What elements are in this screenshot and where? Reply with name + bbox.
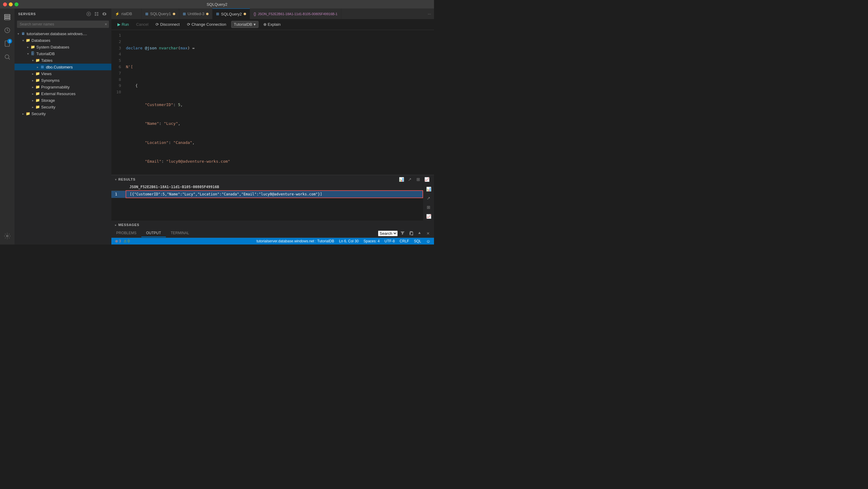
tree-item-storage[interactable]: 📁 Storage xyxy=(14,97,112,104)
status-warnings[interactable]: ⚠ 0 xyxy=(123,239,130,243)
status-encoding[interactable]: UTF-8 xyxy=(384,239,395,243)
tab-untitled3[interactable]: ⊞ Untitled-3 xyxy=(179,8,213,19)
side-chart1-icon[interactable]: 📊 xyxy=(424,185,433,193)
new-connection-icon[interactable] xyxy=(85,10,92,17)
main-pane: ⚡ rialDB ⊞ SQLQuery1 ⊞ Untitled-3 ⊞ SQLQ… xyxy=(112,8,434,244)
tree-arrow-programmability xyxy=(30,85,35,89)
refresh-icon[interactable] xyxy=(101,10,108,17)
tree-item-tables[interactable]: 📁 Tables xyxy=(14,57,112,64)
folder-icon-external-resources: 📁 xyxy=(35,91,40,96)
messages-header[interactable]: ▸ MESSAGES xyxy=(112,221,434,229)
tree-item-databases[interactable]: 📁 Databases xyxy=(14,37,112,44)
tab-icon-sqlquery2: ⊞ xyxy=(216,12,219,16)
tree-item-views[interactable]: 📁 Views xyxy=(14,70,112,77)
tree-item-tutorialdb[interactable]: 🗄 TutorialDB xyxy=(14,50,112,57)
tree-item-server[interactable]: 🖥 tutorialserver.database.windows.... xyxy=(14,30,112,37)
connection-selector[interactable]: TutorialDB ▾ xyxy=(231,21,258,28)
side-chart2-icon[interactable]: ↗ xyxy=(424,194,433,202)
tree-item-system-dbs[interactable]: 📁 System Databases xyxy=(14,44,112,50)
maximize-button[interactable] xyxy=(14,2,19,6)
activity-history[interactable] xyxy=(1,24,13,36)
panel-search-select[interactable]: Search xyxy=(378,231,398,236)
tree-item-external-resources[interactable]: 📁 External Resources xyxy=(14,90,112,97)
change-connection-button[interactable]: ⟳ Change Connection xyxy=(185,21,229,28)
svg-rect-0 xyxy=(4,15,10,16)
messages-toggle-icon: ▸ xyxy=(115,223,117,227)
results-header[interactable]: ▾ RESULTS 📊 ↗ ⊞ 📈 xyxy=(112,175,434,183)
panel-filter-icon[interactable] xyxy=(399,230,406,237)
side-chart3-icon[interactable]: ⊞ xyxy=(424,203,433,211)
titlebar: SQLQuery2 xyxy=(0,0,434,8)
side-chart4-icon[interactable]: 📈 xyxy=(424,212,433,221)
activity-search[interactable] xyxy=(1,51,13,63)
tree-item-programmability[interactable]: 📁 Programmability xyxy=(14,84,112,90)
disconnect-label: Disconnect xyxy=(160,22,180,27)
result-cell-json[interactable]: [{"CustomerID":5,"Name":"Lucy","Location… xyxy=(126,191,423,198)
activity-query[interactable]: 3 xyxy=(1,37,13,50)
status-ln[interactable]: Ln 6, Col 30 xyxy=(339,239,359,243)
error-count: 3 xyxy=(119,239,121,243)
tree-item-synonyms[interactable]: 📁 Synonyms xyxy=(14,77,112,84)
code-content[interactable]: declare @json nvarchar(max) = N'[ { "Cus… xyxy=(123,30,430,175)
panel-close-icon[interactable]: ✕ xyxy=(424,230,432,237)
panel-search-dropdown[interactable]: Search xyxy=(378,231,398,236)
tab-problems[interactable]: PROBLEMS xyxy=(112,229,141,237)
folder-icon-programmability: 📁 xyxy=(35,85,40,89)
messages-title: MESSAGES xyxy=(118,223,139,227)
svg-point-6 xyxy=(6,235,8,237)
explain-button[interactable]: ⊕ Explain xyxy=(261,21,283,28)
collapse-all-icon[interactable] xyxy=(93,10,100,17)
tab-more-button[interactable]: ··· xyxy=(425,8,434,19)
disconnect-button[interactable]: ⟳ Disconnect xyxy=(153,21,182,28)
panel-up-icon[interactable] xyxy=(416,230,423,237)
panel-copy-icon[interactable] xyxy=(407,230,415,237)
tree-item-customers[interactable]: ⊞ dbo.Customers xyxy=(14,64,112,70)
tree-arrow-storage xyxy=(30,98,35,103)
status-language[interactable]: SQL xyxy=(414,239,421,243)
tree-label-system-dbs: System Databases xyxy=(36,45,69,49)
status-connection[interactable]: tutorialserver.database.windows.net : Tu… xyxy=(256,239,334,243)
table-row[interactable]: 1 [{"CustomerID":5,"Name":"Lucy","Locati… xyxy=(112,191,423,198)
tab-label-sqlquery2: SQLQuery2 xyxy=(221,12,242,17)
tab-rialdb[interactable]: ⚡ rialDB xyxy=(112,8,142,19)
window-controls[interactable] xyxy=(3,2,19,6)
svg-rect-1 xyxy=(4,17,10,18)
folder-icon-views: 📁 xyxy=(35,71,40,76)
tab-bar: ⚡ rialDB ⊞ SQLQuery1 ⊞ Untitled-3 ⊞ SQLQ… xyxy=(112,8,434,19)
status-errors[interactable]: ⊗ 3 xyxy=(115,239,121,243)
tree-arrow-tables xyxy=(30,58,35,63)
server-search-box: × xyxy=(17,21,109,28)
activity-bar: 3 xyxy=(0,8,14,244)
results-export-icon[interactable]: ↗ xyxy=(406,176,413,183)
status-eol[interactable]: CRLF xyxy=(400,239,409,243)
close-button[interactable] xyxy=(3,2,7,6)
tab-output[interactable]: OUTPUT xyxy=(141,229,166,237)
results-bar-icon[interactable]: 📈 xyxy=(423,176,430,183)
activity-servers[interactable] xyxy=(1,11,13,23)
results-grid-icon[interactable]: ⊞ xyxy=(415,176,422,183)
results-chart-icon[interactable]: 📊 xyxy=(398,176,405,183)
app-container: 3 SERVERS xyxy=(0,8,434,244)
search-clear-icon[interactable]: × xyxy=(105,22,107,27)
folder-icon-security-db: 📁 xyxy=(35,105,40,109)
cancel-button[interactable]: Cancel xyxy=(134,21,151,28)
results-toggle-icon: ▾ xyxy=(115,178,117,181)
tab-icon-json: {} xyxy=(254,12,256,16)
tab-sqlquery1[interactable]: ⊞ SQLQuery1 xyxy=(142,8,179,19)
code-editor[interactable]: 1 2 3 4 5 6 7 8 9 10 declare @json nvarc… xyxy=(112,30,430,175)
tab-sqlquery2[interactable]: ⊞ SQLQuery2 xyxy=(213,8,250,19)
tree-item-security-db[interactable]: 📁 Security xyxy=(14,104,112,110)
tab-label-untitled3: Untitled-3 xyxy=(188,11,205,16)
tree-item-security-server[interactable]: 📁 Security xyxy=(14,110,112,117)
tab-terminal[interactable]: TERMINAL xyxy=(166,229,194,237)
activity-settings[interactable] xyxy=(1,230,13,242)
run-button[interactable]: ▶ Run xyxy=(115,21,131,28)
server-icon: 🖥 xyxy=(21,31,25,36)
search-input[interactable] xyxy=(17,21,109,28)
folder-icon-system-dbs: 📁 xyxy=(30,45,35,49)
minimize-button[interactable] xyxy=(9,2,13,6)
run-label: Run xyxy=(122,22,129,27)
smiley-icon[interactable]: ☺ xyxy=(426,239,430,243)
status-spaces[interactable]: Spaces: 4 xyxy=(364,239,379,243)
tab-json[interactable]: {} JSON_F52E2B61-18A1-11d1-B105-00805F49… xyxy=(250,8,341,19)
